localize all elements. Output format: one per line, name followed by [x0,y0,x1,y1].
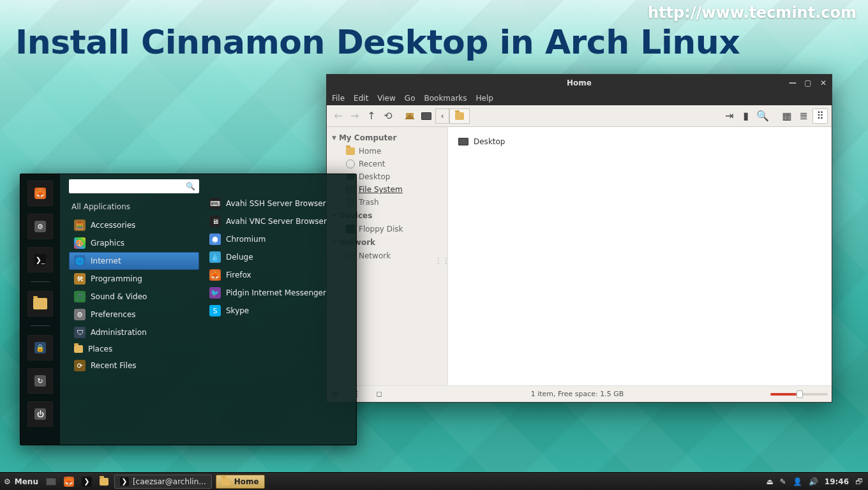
reload-button[interactable]: ⟲ [380,108,396,124]
close-button[interactable]: ✕ [818,78,829,87]
monitor-icon [46,478,56,486]
tray-user-icon[interactable]: 👤 [793,477,802,486]
clock[interactable]: 19:46 [825,477,849,486]
fav-separator [31,325,50,326]
up-button[interactable]: ↑ [364,108,379,124]
show-hidden-icon[interactable]: ◻ [374,389,384,399]
sidebar-section-mycomputer[interactable]: ▼My Computer [327,131,447,145]
breadcrumb-back[interactable]: ‹ [435,108,449,124]
window-title: Home [567,78,592,87]
sidebar-item-home[interactable]: Home [327,145,447,158]
show-desktop-button[interactable] [42,473,60,490]
menu-help[interactable]: Help [476,94,493,103]
breadcrumb-home[interactable] [449,108,470,124]
system-tray: ⏏ ✎ 👤 🔊 19:46 🗗 [761,477,868,486]
zoom-slider[interactable] [770,393,828,396]
task-home[interactable]: Home [216,475,265,489]
fav-settings[interactable]: ⚙ [27,214,53,239]
search-icon: 🔍 [186,182,195,191]
computer-button[interactable] [419,108,434,124]
menu-view[interactable]: View [377,94,395,103]
app-avahi-vnc[interactable]: 🖥Avahi VNC Server Browser [204,212,350,230]
start-menu: 🦊 ⚙ ❯_ 🔒 ↻ ⏻ 🔍 All Applications 🧮Accesso… [20,174,357,445]
categories-column: 🔍 All Applications 🧮Accessories 🎨Graphic… [60,174,204,445]
titlebar[interactable]: Home — ▢ ✕ [327,75,832,91]
menu-bookmarks[interactable]: Bookmarks [424,94,467,103]
icon-view-button[interactable]: ▦ [779,108,795,124]
search-box[interactable]: 🔍 [69,179,199,193]
file-item-label: Desktop [474,137,505,146]
category-internet[interactable]: 🌐Internet [69,252,199,270]
menu-button[interactable]: ⚙ Menu [0,473,42,490]
sidebar-item-recent[interactable]: Recent [327,158,447,170]
compact-view-button[interactable]: ⠿ [812,108,828,124]
menu-file[interactable]: File [332,94,345,103]
app-deluge[interactable]: 💧Deluge [204,248,350,266]
category-administration[interactable]: 🛡Administration [69,323,199,341]
app-avahi-ssh[interactable]: ⌨Avahi SSH Server Browser [204,195,350,212]
fav-terminal[interactable]: ❯_ [27,247,53,272]
fav-files[interactable] [27,291,53,316]
tray-removable-icon[interactable]: ⏏ [766,477,773,486]
category-graphics[interactable]: 🎨Graphics [69,234,199,252]
breadcrumb: ‹ [435,108,470,124]
forward-button[interactable]: → [347,108,363,124]
desktop-icon [458,138,468,145]
search-icon[interactable]: 🔍 [755,108,770,124]
task-terminal[interactable]: ❯[caezsar@archlin... [114,475,212,489]
back-button[interactable]: ← [331,108,346,124]
fav-power[interactable]: ⏻ [27,401,53,427]
category-places[interactable]: Places [69,341,199,357]
launcher-firefox[interactable]: 🦊 [60,473,78,490]
file-item-desktop[interactable]: Desktop [458,137,821,146]
category-programming[interactable]: 🛠Programming [69,270,199,288]
toolbar: ← → ↑ ⟲ ‹ ⇥ ▮ 🔍 ▦ ≣ ⠿ [327,105,832,127]
category-recentfiles[interactable]: ⟳Recent Files [69,357,199,375]
apps-column: ⌨Avahi SSH Server Browser 🖥Avahi VNC Ser… [204,174,356,445]
app-pidgin[interactable]: 🐦Pidgin Internet Messenger [204,284,350,302]
file-manager-window: Home — ▢ ✕ File Edit View Go Bookmarks H… [326,74,832,403]
category-soundvideo[interactable]: 🎵Sound & Video [69,288,199,306]
menubar: File Edit View Go Bookmarks Help [327,91,832,105]
app-chromium[interactable]: ◉Chromium [204,230,350,248]
fav-lock[interactable]: 🔒 [27,335,53,360]
minimize-button[interactable]: — [787,78,798,87]
menu-label: Menu [15,477,38,486]
tray-volume-icon[interactable]: 🔊 [809,477,818,486]
search-input[interactable] [73,182,186,191]
overlay-url: http://www.tecmint.com [648,4,857,22]
favorites-column: 🦊 ⚙ ❯_ 🔒 ↻ ⏻ [20,174,60,445]
category-preferences[interactable]: ⚙Preferences [69,306,199,323]
gear-icon: ⚙ [4,477,11,486]
list-view-button[interactable]: ≣ [796,108,811,124]
panel: ⚙ Menu 🦊 ❯ ❯[caezsar@archlin... Home ⏏ ✎… [0,472,868,490]
home-button[interactable] [402,108,417,124]
launcher-files[interactable] [96,473,112,490]
sidebar-grip-icon[interactable]: ⋮⋮ [435,256,448,265]
tray-workspaces-icon[interactable]: 🗗 [855,477,863,486]
overlay-title: Install Cinnamon Desktop in Arch Linux [15,23,740,61]
tray-pen-icon[interactable]: ✎ [780,477,786,486]
menu-go[interactable]: Go [405,94,415,103]
status-text: 1 item, Free space: 1.5 GB [384,390,770,398]
fav-firefox[interactable]: 🦊 [27,181,53,206]
app-skype[interactable]: SSkype [204,302,350,320]
menu-edit[interactable]: Edit [354,94,368,103]
maximize-button[interactable]: ▢ [802,78,814,87]
category-accessories[interactable]: 🧮Accessories [69,216,199,234]
toggle-location-icon[interactable]: ⇥ [722,108,737,124]
app-firefox[interactable]: 🦊Firefox [204,266,350,284]
all-applications-label: All Applications [71,202,199,211]
new-folder-icon[interactable]: ▮ [738,108,754,124]
file-area[interactable]: Desktop [448,127,832,385]
statusbar: ▥ ⋮ ◻ 1 item, Free space: 1.5 GB [327,385,832,402]
launcher-terminal[interactable]: ❯ [78,473,96,490]
fav-separator [31,281,50,282]
fav-logout[interactable]: ↻ [27,368,53,394]
